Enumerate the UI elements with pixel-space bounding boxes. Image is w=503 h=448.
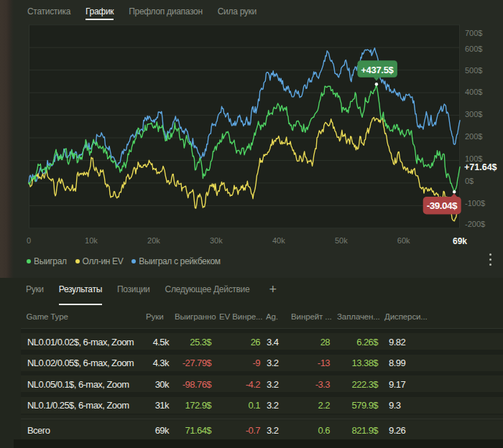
x-axis-label: 60k	[397, 236, 410, 245]
table-row-3[interactable]: NL0.05/0.1$, 6-max, Zoom30k-98.76$-4.23.…	[21, 375, 503, 392]
secondary-tab-3[interactable]: Позиции	[117, 284, 150, 305]
cell-col4: -4.2	[217, 378, 260, 389]
chart-legend: ВыигралОлл-ин EVВыиграл с рейкбеком	[27, 256, 221, 266]
x-axis-label: 40k	[272, 236, 285, 245]
table-row-4[interactable]: NL0.1/0.25$, 6-max, Zoom31k172.9$0.13.22…	[21, 397, 503, 414]
cell-col8: 9.82	[389, 336, 425, 347]
cell-col7: 821.9$	[335, 425, 378, 436]
winnings-chart: 700$600$500$400$300$200$100$0$-100$-200$…	[0, 0, 503, 277]
cell-col3: -27.79$	[168, 358, 211, 368]
max-badge-label: +437.5$	[361, 65, 394, 75]
cell-col4: 0.1	[217, 400, 260, 411]
cell-col3: 25.3$	[168, 336, 211, 347]
current-value-label: +71.64$	[464, 162, 497, 172]
cell-col7: 222.3$	[335, 378, 378, 389]
secondary-tabs: РукиРезультатыПозицииСледующее Действие+	[26, 284, 277, 305]
results-panel: РукиРезультатыПозицииСледующее Действие+…	[0, 278, 503, 448]
legend-dot-icon	[75, 259, 80, 263]
y-axis-label: 200$	[465, 132, 482, 141]
cell-col6: -3.3	[287, 378, 330, 389]
column-header-4[interactable]: EV Винре...	[219, 312, 262, 321]
cell-col2: 31k	[129, 400, 169, 411]
cell-col3: 71.64$	[168, 425, 211, 436]
column-header-2[interactable]: Руки	[146, 312, 163, 321]
cell-col4: -0.7	[217, 425, 260, 436]
total-divider	[21, 419, 503, 419]
cell-col8: 8.99	[389, 358, 425, 368]
cell-col8: 9.17	[389, 378, 425, 389]
column-header-5[interactable]: Ag.	[266, 312, 278, 321]
y-axis-label: -200$	[465, 220, 485, 228]
kebab-icon	[489, 263, 492, 266]
cell-col4: 26	[217, 336, 260, 347]
cell-col8: 9.26	[389, 425, 425, 436]
x-axis-label: 10k	[85, 236, 98, 245]
cell-col3: -98.76$	[168, 378, 211, 389]
secondary-tab-2[interactable]: Результаты	[59, 284, 102, 305]
secondary-tab-1[interactable]: Руки	[26, 284, 44, 305]
legend-dot-icon	[131, 259, 136, 263]
y-axis-label: 500$	[465, 66, 482, 75]
kebab-icon	[489, 258, 492, 261]
y-axis-label: 400$	[465, 88, 482, 96]
cell-col6: 28	[287, 336, 330, 347]
cell-col8: 9.3	[389, 400, 425, 411]
bottom-edge	[14, 439, 503, 448]
cell-col7: 579.9$	[335, 400, 378, 411]
column-header-6[interactable]: Винрейт ...	[291, 312, 332, 321]
x-axis-label: 50k	[335, 236, 348, 245]
cell-col2: 30k	[129, 378, 169, 389]
y-axis-label: 600$	[465, 45, 482, 53]
column-header-3[interactable]: Выигранно	[175, 312, 216, 321]
plot-area	[29, 25, 460, 228]
max-marker-dot	[375, 83, 378, 85]
cell-col2: 69k	[129, 425, 169, 436]
cell-col6: 2.2	[287, 400, 330, 411]
legend-dot-icon	[27, 259, 31, 263]
cell-col7: 6.26$	[335, 336, 378, 347]
legend-label: Выиграл с рейкбеком	[139, 256, 220, 266]
cell-col6: 0.6	[287, 425, 330, 436]
x-axis-end-label: 69k	[453, 236, 467, 246]
cell-col3: 172.9$	[168, 400, 211, 411]
column-header-7[interactable]: Заплачен...	[337, 312, 380, 321]
legend-label: Олл-ин EV	[83, 256, 124, 266]
chart-menu-button[interactable]	[485, 251, 496, 268]
table-row-1[interactable]: NL0.01/0.02$, 6-max, Zoom4.5k25.3$263.42…	[21, 333, 503, 350]
y-axis-label: -100$	[465, 199, 485, 207]
secondary-tab-4[interactable]: Следующее Действие	[165, 284, 250, 305]
cell-col7: 13.38$	[335, 358, 378, 368]
table-total-row[interactable]: Всего69k71.64$-0.73.20.6821.9$9.26	[21, 421, 503, 439]
min-marker-dot	[453, 190, 456, 193]
x-axis-label: 20k	[147, 236, 160, 245]
y-axis-label: 300$	[465, 110, 482, 118]
min-badge-label: -39.04$	[427, 200, 458, 211]
table-body: NL0.01/0.02$, 6-max, Zoom4.5k25.3$263.42…	[21, 329, 503, 415]
legend-item-3[interactable]: Выиграл с рейкбеком	[131, 256, 220, 266]
table-row-2[interactable]: NL0.02/0.05$, 6-max, Zoom4.3k-27.79$-93.…	[21, 355, 503, 371]
cell-col2: 4.5k	[129, 336, 169, 347]
y-axis-label: 0$	[465, 177, 474, 185]
x-axis-label: 0	[27, 236, 31, 245]
legend-label: Выиграл	[34, 256, 67, 266]
cell-col2: 4.3k	[129, 358, 169, 368]
x-axis-label: 30k	[210, 236, 223, 245]
y-axis-label: 700$	[465, 29, 482, 37]
kebab-icon	[489, 253, 492, 256]
cell-col4: -9	[217, 358, 260, 368]
column-header-1[interactable]: Game Type	[27, 312, 68, 321]
app-root: СтатистикаГрафикПрефлоп диапазонСила рук…	[0, 0, 503, 448]
cell-col6: -13	[287, 358, 330, 368]
legend-item-2[interactable]: Олл-ин EV	[75, 256, 124, 266]
column-header-8[interactable]: Дисперси...	[384, 312, 428, 321]
legend-item-1[interactable]: Выиграл	[27, 256, 67, 266]
table-header: Game TypeРукиВыигранноEV Винре...Ag.Винр…	[0, 312, 503, 329]
add-tab-button[interactable]: +	[269, 284, 277, 294]
